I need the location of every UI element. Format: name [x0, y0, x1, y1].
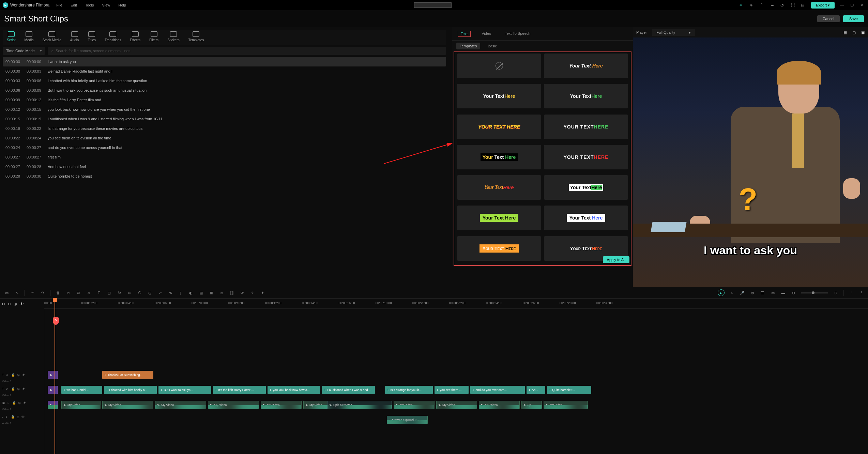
media-tab-transitions[interactable]: Transitions: [105, 31, 121, 42]
menu-view[interactable]: View: [102, 3, 110, 7]
magnet-icon[interactable]: ⊓: [2, 302, 5, 306]
track-head[interactable]: T3🔒◎👁: [0, 370, 44, 380]
clip[interactable]: TIt's the fifth Harry Potter ...: [213, 386, 266, 394]
clip[interactable]: ▶Sp...: [521, 401, 542, 409]
preview-video[interactable]: ? I want to ask you: [633, 37, 868, 287]
clip[interactable]: ♪Memes-Squirrel S...: [387, 416, 428, 424]
gift-icon[interactable]: ⎈: [740, 3, 744, 7]
clip[interactable]: ▶: [48, 401, 58, 409]
script-row[interactable]: 00:00:2800:00:30Quite horrible to be hon…: [3, 171, 446, 181]
clip[interactable]: ▶My Video: [155, 401, 206, 409]
media-tab-titles[interactable]: Titles: [88, 31, 96, 42]
subtab-templates[interactable]: Templates: [456, 43, 480, 49]
zoom-in-icon[interactable]: ⊕: [833, 290, 838, 296]
loop-icon[interactable]: ∞: [127, 290, 132, 296]
more-icon[interactable]: ⋮: [858, 290, 864, 296]
clip[interactable]: TI auditioned when I was 9 and ...: [322, 386, 375, 394]
speed-icon[interactable]: ⏱: [137, 290, 142, 296]
bell-icon[interactable]: ◔: [780, 3, 785, 7]
script-row[interactable]: 00:00:2700:00:27first film: [3, 152, 446, 162]
clip[interactable]: TI chatted with him briefly a...: [104, 386, 157, 394]
clip[interactable]: TThanks For Subscribing...: [102, 371, 153, 379]
script-row[interactable]: 00:00:1900:00:22Is it strange for you be…: [3, 124, 446, 133]
apply-all-button[interactable]: Apply to All: [603, 256, 629, 263]
zoom-out-icon[interactable]: ⊖: [791, 290, 796, 296]
playhead[interactable]: [55, 299, 55, 454]
template-none[interactable]: [457, 54, 541, 78]
script-row[interactable]: 00:00:1200:00:15you look back now how ol…: [3, 105, 446, 114]
eye-icon[interactable]: 👁: [20, 302, 24, 306]
grid-icon[interactable]: ▦: [843, 30, 847, 35]
music-icon[interactable]: ♫: [86, 290, 91, 296]
clip[interactable]: ▶My Video: [208, 401, 259, 409]
zoom-slider[interactable]: [801, 292, 828, 293]
media-tab-stock-media[interactable]: Stock Media: [43, 31, 61, 42]
template-11[interactable]: Your Text Here: [544, 206, 628, 230]
clip[interactable]: Tand do you ever com...: [470, 386, 525, 394]
clip[interactable]: TAn...: [527, 386, 545, 394]
script-row[interactable]: 00:00:0000:00:03we had Daniel Radcliffe …: [3, 66, 446, 76]
template-2[interactable]: Your Text Here: [457, 84, 541, 108]
clip[interactable]: ▶My Video: [261, 401, 302, 409]
view-icon[interactable]: ▢: [852, 30, 856, 35]
clip[interactable]: Tyou look back now how o...: [268, 386, 320, 394]
script-row[interactable]: 00:00:0600:00:09But I want to ask you be…: [3, 86, 446, 95]
media-tab-stickers[interactable]: Stickers: [167, 31, 180, 42]
snapshot-icon[interactable]: ▣: [861, 30, 865, 35]
bracket-icon[interactable]: ⟦⟧: [229, 290, 234, 296]
voiceover-icon[interactable]: ⊜: [750, 290, 755, 296]
sparkle-icon[interactable]: ✧: [249, 290, 255, 296]
list-icon[interactable]: ▤: [801, 3, 806, 7]
track-head[interactable]: ♪1🔒◎👁: [0, 412, 44, 422]
screen-icon[interactable]: ▭: [770, 290, 776, 296]
template-1[interactable]: Your Text Here: [544, 54, 628, 78]
mic-icon[interactable]: 🎤: [740, 290, 745, 296]
template-6[interactable]: Your Text Here: [457, 145, 541, 169]
media-tab-audio[interactable]: Audio: [70, 31, 79, 42]
refresh-icon[interactable]: ↻: [117, 290, 122, 296]
clip[interactable]: ▶My Video: [394, 401, 435, 409]
menu-tools[interactable]: Tools: [85, 3, 94, 7]
link-icon[interactable]: ⟲: [168, 290, 173, 296]
clip[interactable]: TIs it strange for you b...: [385, 386, 433, 394]
script-row[interactable]: 00:00:0000:00:00I want to ask you: [3, 57, 446, 66]
template-4[interactable]: YOUR TEXT HERE: [457, 115, 541, 139]
preview-player-tab[interactable]: Player: [636, 30, 647, 34]
text-icon[interactable]: T: [96, 290, 102, 296]
media-tab-script[interactable]: Script: [7, 31, 16, 42]
clip[interactable]: ▶My Video: [479, 401, 520, 409]
render-icon[interactable]: ▬: [780, 290, 786, 296]
timecode-dropdown[interactable]: Time Code Mode: [3, 47, 45, 55]
template-10[interactable]: Your Text Here: [457, 206, 541, 230]
template-3[interactable]: Your Text Here: [544, 84, 628, 108]
tab-video[interactable]: Video: [479, 31, 494, 37]
sync-icon[interactable]: ⟳: [239, 290, 245, 296]
script-row[interactable]: 00:00:0300:00:06I chatted with him brief…: [3, 76, 446, 86]
subtab-basic[interactable]: Basic: [484, 43, 500, 49]
cancel-button[interactable]: Cancel: [817, 15, 840, 22]
expand-icon[interactable]: ⤢: [157, 290, 163, 296]
script-row[interactable]: 00:00:2700:00:28And how does that feel: [3, 162, 446, 171]
menu-file[interactable]: File: [56, 3, 62, 7]
script-row[interactable]: 00:00:0900:00:12It's the fifth Harry Pot…: [3, 95, 446, 105]
lock-icon[interactable]: ⊔: [8, 302, 11, 306]
clip[interactable]: Twe had Daniel ...: [61, 386, 102, 394]
fade-icon[interactable]: ◐: [188, 290, 194, 296]
clip[interactable]: ▶My Video: [102, 401, 153, 409]
quality-dropdown[interactable]: Full Quality▾: [652, 29, 695, 36]
tab-tts[interactable]: Text To Speech: [502, 31, 533, 37]
redo-icon[interactable]: ↷: [40, 290, 45, 296]
compass-icon[interactable]: ◈: [750, 3, 755, 7]
timeline-tracks[interactable]: 00:0000:00:02:0000:00:04:0000:00:06:0000…: [44, 299, 868, 454]
clip[interactable]: ▶Split Screen 1: [327, 401, 392, 409]
script-row[interactable]: 00:00:2400:00:27and do you ever come acr…: [3, 143, 446, 152]
menu-help[interactable]: Help: [118, 3, 126, 7]
play-button[interactable]: ▸: [718, 289, 725, 296]
compound-icon[interactable]: ⧈: [219, 290, 224, 296]
clip[interactable]: ▶My Video: [436, 401, 477, 409]
select-tool[interactable]: ▭: [4, 290, 10, 296]
tab-text[interactable]: Text: [458, 31, 471, 37]
delete-icon[interactable]: 🗑: [55, 290, 61, 296]
cloud-icon[interactable]: ☁: [770, 3, 775, 7]
clip[interactable]: ▶My Video: [61, 401, 101, 409]
